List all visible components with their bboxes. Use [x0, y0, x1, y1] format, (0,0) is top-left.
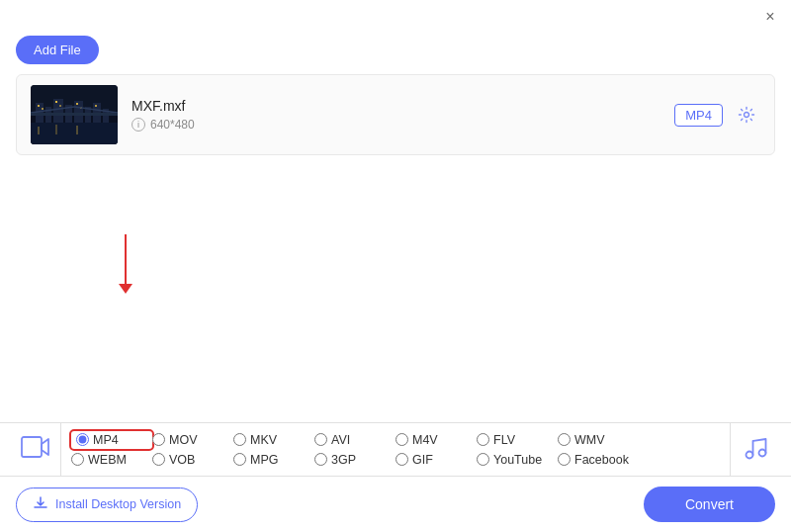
format-radio-m4v[interactable]	[396, 433, 408, 446]
svg-rect-5	[53, 99, 63, 123]
install-button[interactable]: Install Desktop Version	[16, 488, 198, 522]
format-option-mkv[interactable]: MKV	[233, 431, 314, 449]
format-option-gif[interactable]: GIF	[396, 451, 477, 469]
svg-rect-18	[38, 127, 40, 134]
format-radio-gif[interactable]	[396, 453, 408, 466]
format-radio-mp4[interactable]	[76, 433, 89, 446]
music-icon	[743, 433, 770, 467]
format-radio-mkv[interactable]	[233, 433, 246, 446]
svg-rect-19	[55, 125, 57, 134]
format-option-avi[interactable]: AVI	[314, 431, 396, 449]
format-radio-mov[interactable]	[152, 433, 165, 446]
svg-rect-12	[42, 108, 44, 110]
svg-rect-20	[76, 126, 78, 134]
svg-rect-2	[31, 123, 118, 144]
formats-grid: MP4 MOV MKV AVI M4V FLV WMV	[61, 427, 730, 473]
format-radio-facebook[interactable]	[558, 453, 571, 466]
file-meta: i 640*480	[132, 118, 660, 132]
download-icon	[33, 495, 48, 514]
video-format-icon-area	[10, 423, 61, 476]
format-radio-3gp[interactable]	[314, 453, 327, 466]
format-option-mp4[interactable]: MP4	[71, 431, 152, 449]
close-button[interactable]: ×	[761, 8, 779, 26]
format-panel: MP4 MOV MKV AVI M4V FLV WMV	[0, 422, 791, 532]
title-bar: ×	[0, 0, 791, 30]
action-bar: Install Desktop Version Convert	[0, 477, 791, 532]
audio-format-icon-area	[730, 423, 781, 476]
svg-point-24	[745, 113, 749, 118]
file-actions: MP4	[674, 101, 760, 129]
file-name: MXF.mxf	[132, 98, 660, 114]
svg-rect-15	[76, 103, 78, 105]
arrow-head	[119, 284, 132, 294]
file-item: MXF.mxf i 640*480 MP4	[17, 75, 774, 154]
info-icon: i	[132, 118, 145, 132]
format-radio-mpg[interactable]	[233, 453, 246, 466]
svg-rect-13	[55, 101, 57, 103]
format-badge[interactable]: MP4	[674, 104, 723, 127]
add-file-button[interactable]: Add File	[16, 36, 99, 64]
format-radio-wmv[interactable]	[558, 433, 571, 446]
arrow-indicator	[119, 234, 132, 294]
install-label: Install Desktop Version	[55, 497, 181, 511]
format-option-facebook[interactable]: Facebook	[558, 451, 639, 469]
format-option-vob[interactable]: VOB	[152, 451, 233, 469]
svg-rect-23	[31, 113, 118, 116]
svg-rect-14	[59, 105, 61, 107]
svg-point-27	[758, 449, 765, 456]
file-thumbnail	[31, 85, 118, 144]
file-resolution: 640*480	[150, 118, 195, 132]
empty-space	[0, 155, 791, 363]
svg-rect-7	[74, 101, 83, 123]
format-radio-webm[interactable]	[71, 453, 84, 466]
format-option-webm[interactable]: WEBM	[71, 451, 152, 469]
format-option-youtube[interactable]: YouTube	[477, 451, 558, 469]
format-radio-youtube[interactable]	[477, 453, 489, 466]
toolbar: Add File	[0, 30, 791, 74]
format-radio-flv[interactable]	[477, 433, 489, 446]
format-option-flv[interactable]: FLV	[477, 431, 558, 449]
format-radio-vob[interactable]	[152, 453, 165, 466]
format-radio-avi[interactable]	[314, 433, 327, 446]
arrow-shaft	[125, 234, 127, 284]
svg-point-26	[746, 451, 752, 458]
format-option-mov[interactable]: MOV	[152, 431, 233, 449]
svg-rect-25	[22, 437, 42, 457]
format-option-m4v[interactable]: M4V	[396, 431, 477, 449]
format-row: MP4 MOV MKV AVI M4V FLV WMV	[0, 423, 791, 477]
file-list: MXF.mxf i 640*480 MP4	[16, 74, 775, 155]
format-option-wmv[interactable]: WMV	[558, 431, 639, 449]
svg-rect-17	[95, 105, 97, 107]
svg-rect-11	[38, 105, 40, 107]
file-info: MXF.mxf i 640*480	[132, 98, 660, 132]
convert-button[interactable]: Convert	[644, 487, 775, 522]
settings-button[interactable]	[733, 101, 760, 129]
format-option-3gp[interactable]: 3GP	[314, 451, 396, 469]
video-icon	[21, 433, 50, 467]
format-option-mpg[interactable]: MPG	[233, 451, 314, 469]
